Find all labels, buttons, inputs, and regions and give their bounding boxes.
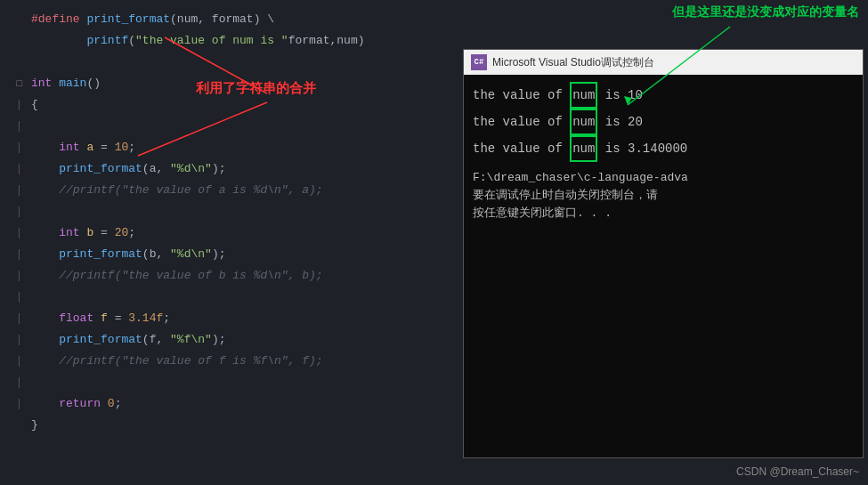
- right-panel: 但是这里还是没变成对应的变量名 C# Microsoft Visual Stud…: [454, 0, 868, 485]
- code-line-19: | return 0;: [0, 393, 454, 415]
- console-path: F:\dream_chaser\c-language-adva: [473, 169, 854, 187]
- code-text-20: }: [27, 416, 38, 435]
- console-title: Microsoft Visual Studio调试控制台: [492, 55, 654, 70]
- console-text-post-3: is 3.140000: [597, 137, 687, 160]
- code-line-11: | int b = 20;: [0, 222, 454, 244]
- code-text-16: print_format(f, "%f\n");: [27, 330, 225, 350]
- code-text-9: //printf("the value of a is %d\n", a);: [27, 181, 323, 200]
- code-text-7: int a = 10;: [27, 138, 135, 158]
- console-text-pre-1: the value of: [473, 84, 570, 107]
- code-text-5: {: [27, 95, 38, 115]
- vs-icon: C#: [471, 54, 487, 70]
- code-line-9: | //printf("the value of a is %d\n", a);: [0, 180, 454, 201]
- gutter-16: |: [0, 330, 27, 350]
- code-line-12: | print_format(b, "%d\n");: [0, 244, 454, 265]
- highlighted-num-2: num: [570, 109, 597, 135]
- highlighted-num-1: num: [570, 82, 597, 109]
- code-line-8: | print_format(a, "%d\n");: [0, 158, 454, 180]
- code-text-18: [27, 373, 38, 392]
- highlighted-num-3: num: [570, 135, 597, 162]
- code-text-15: float f = 3.14f;: [27, 309, 170, 328]
- console-msg2: 按任意键关闭此窗口. . .: [473, 205, 854, 222]
- code-text-1: #define print_format(num, format) \: [27, 10, 274, 29]
- gutter-8: |: [0, 159, 27, 179]
- code-text-8: print_format(a, "%d\n");: [27, 159, 225, 179]
- code-text-2: printf("the value of num is "format,num): [27, 31, 365, 51]
- red-annotation: 利用了字符串的合并: [196, 80, 316, 97]
- code-text-19: return 0;: [27, 394, 121, 414]
- gutter-15: |: [0, 309, 27, 328]
- code-text-11: int b = 20;: [27, 223, 135, 243]
- gutter-4: □: [0, 74, 27, 93]
- gutter-10: |: [0, 202, 27, 222]
- collapse-btn-4[interactable]: □: [16, 74, 22, 93]
- console-text-pre-2: the value of: [473, 110, 570, 133]
- gutter-18: |: [0, 373, 27, 392]
- code-line-7: | int a = 10;: [0, 137, 454, 158]
- main-container: #define print_format(num, format) \ prin…: [0, 0, 868, 485]
- code-line-18: |: [0, 372, 454, 393]
- console-text-post-1: is 10: [597, 84, 642, 107]
- gutter-6: |: [0, 117, 27, 136]
- code-text-12: print_format(b, "%d\n");: [27, 245, 225, 264]
- green-annotation: 但是这里还是没变成对应的变量名: [672, 4, 859, 20]
- code-text-6: [27, 117, 38, 136]
- code-text-14: [27, 287, 38, 307]
- gutter-9: |: [0, 181, 27, 200]
- code-text-17: //printf("the value of f is %f\n", f);: [27, 352, 323, 371]
- code-line-3: [0, 52, 454, 73]
- console-output-3: the value of num is 3.140000: [473, 135, 854, 162]
- code-line-6: |: [0, 116, 454, 137]
- code-line-20: }: [0, 415, 454, 436]
- code-line-14: |: [0, 287, 454, 308]
- console-msg1: 要在调试停止时自动关闭控制台，请: [473, 187, 854, 205]
- gutter-12: |: [0, 245, 27, 264]
- code-line-15: | float f = 3.14f;: [0, 308, 454, 329]
- code-line-2: printf("the value of num is "format,num): [0, 30, 454, 52]
- console-text-post-2: is 20: [597, 110, 642, 133]
- console-output-2: the value of num is 20: [473, 109, 854, 135]
- console-titlebar: C# Microsoft Visual Studio调试控制台: [464, 50, 863, 75]
- code-text-10: [27, 202, 38, 222]
- console-window: C# Microsoft Visual Studio调试控制台 the valu…: [463, 49, 864, 458]
- code-text-13: //printf("the value of b is %d\n", b);: [27, 266, 323, 286]
- code-line-5: | {: [0, 94, 454, 116]
- gutter-17: |: [0, 352, 27, 371]
- gutter-19: |: [0, 394, 27, 414]
- code-line-1: #define print_format(num, format) \: [0, 9, 454, 30]
- code-line-16: | print_format(f, "%f\n");: [0, 329, 454, 351]
- code-panel: #define print_format(num, format) \ prin…: [0, 0, 454, 485]
- gutter-14: |: [0, 287, 27, 307]
- gutter-11: |: [0, 223, 27, 243]
- gutter-5: |: [0, 95, 27, 115]
- code-text-3: [27, 53, 38, 72]
- gutter-7: |: [0, 138, 27, 158]
- console-output-1: the value of num is 10: [473, 82, 854, 109]
- code-line-13: | //printf("the value of b is %d\n", b);: [0, 265, 454, 287]
- gutter-13: |: [0, 266, 27, 286]
- code-text-4: int main(): [27, 74, 101, 93]
- watermark: CSDN @Dream_Chaser~: [736, 465, 859, 478]
- code-line-10: |: [0, 201, 454, 222]
- console-body: the value of num is 10 the value of num …: [464, 75, 863, 230]
- console-text-pre-3: the value of: [473, 137, 570, 160]
- code-line-17: | //printf("the value of f is %f\n", f);: [0, 351, 454, 372]
